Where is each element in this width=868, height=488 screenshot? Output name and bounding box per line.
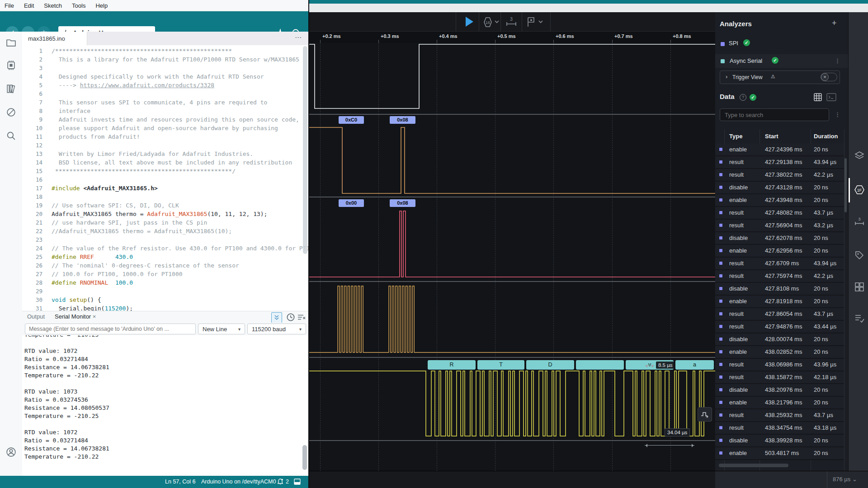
data-table-row[interactable]: result427.29138 ms43.94 µs xyxy=(715,156,844,169)
board-port-status[interactable]: Arduino Uno on /dev/ttyACM0 xyxy=(201,479,276,485)
data-table-row[interactable]: result427.38022 ms42.2 µs xyxy=(715,169,844,182)
search-options-icon[interactable]: ⋮ xyxy=(835,111,840,118)
toggle-autoscroll-button[interactable] xyxy=(271,312,282,323)
measurements-button[interactable]: 3 xyxy=(505,16,517,28)
tab-serial-monitor[interactable]: Serial Monitor × xyxy=(55,313,96,320)
line-ending-select[interactable]: New Line▾ xyxy=(198,324,245,334)
data-table-row[interactable]: enable438.02852 ms20 ns xyxy=(715,346,844,359)
debug-panel-icon[interactable] xyxy=(5,107,17,118)
data-table-row[interactable]: result427.86054 ms43.7 µs xyxy=(715,308,844,321)
row-channel-chip xyxy=(719,198,722,202)
data-table-row[interactable]: result427.75974 ms42.2 µs xyxy=(715,270,844,283)
search-icon[interactable] xyxy=(5,130,17,141)
data-table-row[interactable]: result438.06986 ms43.96 µs xyxy=(715,359,844,371)
decode-bubble[interactable]: R xyxy=(428,360,476,370)
serial-message-row: New Line▾ 115200 baud▾ xyxy=(22,323,308,335)
toggle-panel-icon[interactable] xyxy=(294,479,301,485)
decode-bubble[interactable]: 0xC0 xyxy=(339,116,364,124)
column-header-duration[interactable]: Duration xyxy=(814,133,838,140)
timestamp-icon[interactable] xyxy=(286,313,295,322)
add-analyzer-button[interactable]: + xyxy=(832,19,837,28)
trigger-view-row[interactable]: › Trigger View ⚠ × xyxy=(720,70,840,84)
baud-rate-select[interactable]: 115200 baud▾ xyxy=(247,324,306,334)
menu-tools[interactable]: Tools xyxy=(72,2,85,9)
tab-actions-icon[interactable]: ⋯ xyxy=(295,33,302,42)
capture-panel-icon[interactable]: 1F xyxy=(854,185,864,195)
decode-bubble[interactable]: T xyxy=(477,360,524,370)
decode-bubble[interactable]: a xyxy=(675,360,714,370)
data-table-row[interactable]: enable427.43948 ms20 ns xyxy=(715,194,844,207)
device-settings-button[interactable]: 16 xyxy=(483,17,500,28)
clear-output-icon[interactable] xyxy=(297,313,306,322)
trigger-view-toggle[interactable]: × xyxy=(821,73,837,81)
account-icon[interactable] xyxy=(5,446,17,458)
start-capture-button[interactable] xyxy=(464,15,475,28)
data-table-row[interactable]: result427.48082 ms43.7 µs xyxy=(715,207,844,220)
line-number: 15 xyxy=(22,167,42,175)
menu-file[interactable]: File xyxy=(5,2,14,9)
code-line: void setup() { xyxy=(52,296,308,304)
notifications-bell-icon[interactable] xyxy=(277,478,284,485)
decode-bubble[interactable]: D xyxy=(526,360,574,370)
code-line: /***************************************… xyxy=(52,47,308,55)
timing-marker-button[interactable] xyxy=(698,407,712,422)
notes-panel-icon[interactable] xyxy=(854,314,864,324)
tab-max31865-ino[interactable]: max31865.ino xyxy=(22,32,87,45)
table-vertical-scrollbar[interactable] xyxy=(844,158,847,212)
data-table-row[interactable]: disable438.20976 ms20 ns xyxy=(715,384,844,397)
data-table-row[interactable]: result438.15872 ms42.18 µs xyxy=(715,371,844,384)
data-search-input[interactable] xyxy=(720,108,829,121)
serial-enabled-check-icon: ✓ xyxy=(772,57,778,64)
waveform-area[interactable]: +0.2 ms+0.3 ms+0.4 ms+0.5 ms+0.6 ms+0.7 … xyxy=(309,32,715,471)
tab-output[interactable]: Output xyxy=(27,313,45,320)
analyzer-row-async-serial[interactable]: Async Serial ✓ ⋮ xyxy=(715,54,848,68)
data-table-row[interactable]: enable427.24396 ms20 ns xyxy=(715,144,844,156)
serial-message-input[interactable] xyxy=(25,324,196,334)
data-table-row[interactable]: enable427.62956 ms20 ns xyxy=(715,245,844,258)
table-horizontal-scrollbar[interactable] xyxy=(719,464,788,467)
decode-bubble[interactable]: 0x08 xyxy=(390,116,415,124)
data-table-row[interactable]: result427.6709 ms43.94 µs xyxy=(715,258,844,270)
data-table-row[interactable]: result438.25932 ms43.7 µs xyxy=(715,409,844,422)
data-table-row[interactable]: disable427.43128 ms20 ns xyxy=(715,182,844,194)
help-icon[interactable]: ? xyxy=(740,94,746,101)
menu-sketch[interactable]: Sketch xyxy=(44,2,62,9)
measurements-panel-icon[interactable]: 3 xyxy=(854,216,864,226)
code-editor[interactable]: 1234567891011121314151617181920212223242… xyxy=(22,45,308,311)
extensions-panel-icon[interactable] xyxy=(854,282,864,292)
analyzers-panel-icon[interactable] xyxy=(854,151,864,161)
data-table-row[interactable]: result438.34754 ms43.18 µs xyxy=(715,422,844,435)
serial-scrollbar[interactable] xyxy=(302,445,307,470)
annotations-flag-button[interactable] xyxy=(526,16,544,28)
pulse-measure-arrow xyxy=(645,366,655,366)
data-table-row[interactable]: disable427.62078 ms20 ns xyxy=(715,232,844,245)
sketchbook-folder-icon[interactable] xyxy=(5,37,17,48)
annotations-panel-icon[interactable] xyxy=(854,250,864,260)
decode-bubble[interactable]: 0x00 xyxy=(339,199,364,207)
data-table-row[interactable]: result427.94876 ms43.44 µs xyxy=(715,321,844,333)
data-table-row[interactable]: disable438.39928 ms20 ns xyxy=(715,435,844,447)
column-header-start[interactable]: Start xyxy=(765,133,778,140)
data-table-row[interactable]: enable503.4817 ms20 ns xyxy=(715,447,844,460)
table-view-icon[interactable] xyxy=(814,93,822,101)
serial-options-icon[interactable]: ⋮ xyxy=(835,57,840,64)
close-icon[interactable]: × xyxy=(93,313,96,320)
decode-bubble[interactable]: 0x08 xyxy=(390,199,415,207)
data-table-row[interactable]: enable438.21796 ms20 ns xyxy=(715,397,844,409)
boards-manager-icon[interactable] xyxy=(5,60,17,71)
library-manager-icon[interactable] xyxy=(5,83,17,94)
data-table-row[interactable]: disable427.8108 ms20 ns xyxy=(715,283,844,296)
data-table-row[interactable]: disable428.00074 ms20 ns xyxy=(715,333,844,346)
data-table-row[interactable]: result427.56904 ms43.2 µs xyxy=(715,220,844,232)
decode-bubble[interactable] xyxy=(576,360,624,370)
window-span-selector[interactable]: 876 µs ⌄ xyxy=(833,476,857,483)
editor-scrollbar[interactable] xyxy=(303,46,307,254)
column-header-type[interactable]: Type xyxy=(729,133,742,140)
menu-edit[interactable]: Edit xyxy=(24,2,34,9)
line-number: 4 xyxy=(22,72,42,81)
waveform-traces xyxy=(309,32,715,471)
data-table-row[interactable]: enable427.81918 ms20 ns xyxy=(715,296,844,308)
serial-monitor-output[interactable]: Temperature = -210.25RTD value: 1072Rati… xyxy=(22,335,308,476)
menu-help[interactable]: Help xyxy=(95,2,108,9)
terminal-view-icon[interactable] xyxy=(826,93,836,101)
